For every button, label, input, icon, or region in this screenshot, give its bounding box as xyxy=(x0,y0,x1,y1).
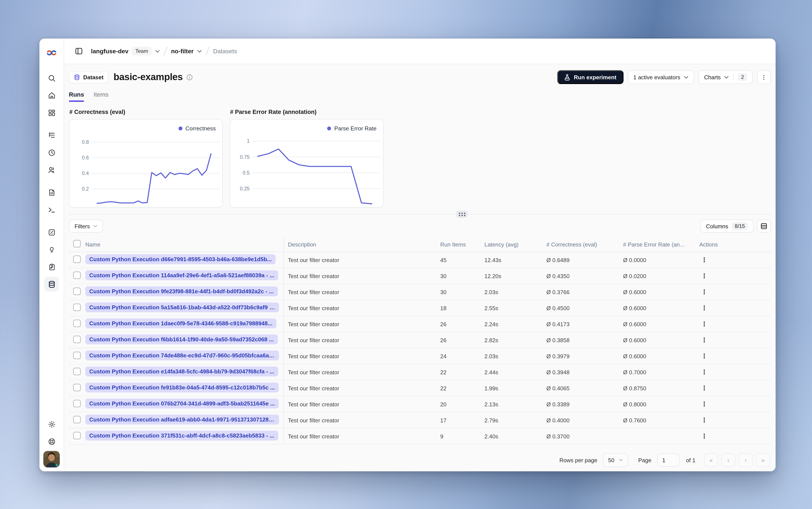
row-actions-menu[interactable]: ⋮ xyxy=(699,256,708,263)
more-actions-button[interactable]: ⋮ xyxy=(757,70,771,84)
row-checkbox[interactable] xyxy=(73,416,80,423)
search-icon[interactable] xyxy=(44,71,59,86)
column-header-actions: Actions xyxy=(695,237,771,252)
column-header-parse-error[interactable]: # Parse Error Rate (an... xyxy=(619,237,695,252)
run-name-link[interactable]: Custom Python Execution adfae619-abb0-4d… xyxy=(86,414,279,425)
sidebar xyxy=(39,39,64,471)
select-all-checkbox[interactable] xyxy=(73,240,80,247)
row-actions-menu[interactable]: ⋮ xyxy=(699,384,708,392)
row-actions-menu[interactable]: ⋮ xyxy=(699,336,708,343)
tab-items[interactable]: Items xyxy=(94,91,108,102)
run-name-link[interactable]: Custom Python Execution 371f531c-abff-4d… xyxy=(86,431,278,441)
evaluation-percent-icon[interactable] xyxy=(44,225,59,240)
breadcrumb-project[interactable]: no-filter xyxy=(171,48,194,55)
annotation-clipboard-icon[interactable] xyxy=(44,260,59,274)
row-actions-menu[interactable]: ⋮ xyxy=(699,272,708,279)
chevron-down-icon[interactable] xyxy=(197,49,202,53)
users-icon[interactable] xyxy=(44,163,59,177)
page-number-input[interactable] xyxy=(657,453,680,467)
chart-legend: Correctness xyxy=(178,125,216,132)
run-correctness-avg: Ø 0.3979 xyxy=(542,348,619,364)
run-latency: 2.44s xyxy=(480,364,542,380)
run-name-link[interactable]: Custom Python Execution e14fa348-5cfc-49… xyxy=(86,367,278,376)
dashboard-icon[interactable] xyxy=(44,105,59,120)
run-experiment-button[interactable]: Run experiment xyxy=(557,70,623,84)
run-name-link[interactable]: Custom Python Execution 5a15a616-1bab-44… xyxy=(86,302,279,312)
row-checkbox[interactable] xyxy=(73,256,80,263)
row-checkbox[interactable] xyxy=(73,352,80,359)
filters-button[interactable]: Filters xyxy=(69,219,103,233)
table-body: Custom Python Execution d66e7991-8595-45… xyxy=(69,252,771,444)
run-name-link[interactable]: Custom Python Execution 114aa9ef-29e6-4e… xyxy=(86,270,278,280)
row-checkbox[interactable] xyxy=(73,304,80,311)
breadcrumb-section[interactable]: Datasets xyxy=(213,48,237,55)
panel-divider xyxy=(69,214,771,214)
rows-per-page-select[interactable]: 50 xyxy=(603,453,628,467)
breadcrumb-org[interactable]: langfuse-dev xyxy=(91,48,129,55)
columns-button[interactable]: Columns 8/15 xyxy=(701,219,753,233)
run-name-link[interactable]: Custom Python Execution 076b2704-341d-48… xyxy=(86,399,279,408)
next-page-button[interactable]: › xyxy=(739,453,753,467)
column-header-name[interactable]: Name xyxy=(81,237,283,252)
row-actions-menu[interactable]: ⋮ xyxy=(699,352,708,360)
row-actions-menu[interactable]: ⋮ xyxy=(699,416,708,423)
row-actions-menu[interactable]: ⋮ xyxy=(699,400,708,408)
parse-error-chart-card: 0.250.50.751 Parse Error Rate xyxy=(230,119,383,207)
run-name-link[interactable]: Custom Python Execution 74de488e-ec9d-47… xyxy=(86,350,279,361)
sessions-clock-icon[interactable] xyxy=(44,145,59,160)
active-evaluators-button[interactable]: 1 active evaluators xyxy=(628,70,694,84)
info-icon[interactable] xyxy=(186,74,193,80)
first-page-button[interactable]: « xyxy=(704,453,718,467)
prev-page-button[interactable]: ‹ xyxy=(721,453,735,467)
run-correctness-avg: Ø 0.3948 xyxy=(542,364,619,380)
prompts-file-icon[interactable] xyxy=(44,185,59,200)
settings-gear-icon[interactable] xyxy=(44,417,59,432)
column-header-correctness[interactable]: # Correctness (eval) xyxy=(542,237,619,252)
run-parse-error-avg: Ø 0.8000 xyxy=(619,396,695,412)
row-height-button[interactable] xyxy=(757,219,771,233)
table-row: Custom Python Execution d66e7991-8595-45… xyxy=(69,252,771,268)
column-header-description[interactable]: Description xyxy=(283,237,436,252)
support-lifebuoy-icon[interactable] xyxy=(44,434,59,449)
column-header-run-items[interactable]: Run Items xyxy=(436,237,480,252)
column-header-latency[interactable]: Latency (avg) xyxy=(480,237,542,252)
row-height-icon xyxy=(760,223,767,230)
sidebar-item-datasets[interactable] xyxy=(44,277,59,292)
sidebar-toggle-icon[interactable] xyxy=(73,45,85,57)
row-actions-menu[interactable]: ⋮ xyxy=(699,368,708,376)
run-name-link[interactable]: Custom Python Execution d66e7991-8595-45… xyxy=(86,254,276,264)
last-page-button[interactable]: » xyxy=(756,453,770,467)
row-actions-menu[interactable]: ⋮ xyxy=(699,288,708,296)
run-name-link[interactable]: Custom Python Execution 1daec0f9-5e78-43… xyxy=(86,318,276,328)
insights-lightbulb-icon[interactable] xyxy=(44,242,59,257)
row-checkbox[interactable] xyxy=(73,432,80,439)
row-checkbox[interactable] xyxy=(73,400,80,407)
row-checkbox[interactable] xyxy=(73,336,80,343)
page-label: Page xyxy=(638,457,651,463)
user-avatar[interactable] xyxy=(43,451,60,467)
row-checkbox[interactable] xyxy=(73,368,80,375)
run-name-link[interactable]: Custom Python Execution 9fe23f98-881e-44… xyxy=(86,286,277,296)
row-checkbox[interactable] xyxy=(73,384,80,391)
row-checkbox[interactable] xyxy=(73,287,80,295)
resize-handle[interactable] xyxy=(456,210,468,218)
row-checkbox[interactable] xyxy=(73,320,80,327)
row-actions-menu[interactable]: ⋮ xyxy=(699,304,708,311)
row-checkbox[interactable] xyxy=(73,272,80,279)
run-latency: 1.99s xyxy=(480,380,542,396)
run-name-link[interactable]: Custom Python Execution fe91b83e-04a5-47… xyxy=(86,382,279,393)
correctness-chart-card: 0.20.40.60.8 Correctness xyxy=(69,119,223,207)
tracing-icon[interactable] xyxy=(44,128,59,142)
row-actions-menu[interactable]: ⋮ xyxy=(699,432,708,440)
charts-toggle-button[interactable]: Charts 2 xyxy=(699,70,753,84)
playground-terminal-icon[interactable] xyxy=(44,202,59,217)
run-latency: 2.79s xyxy=(480,412,542,428)
row-actions-menu[interactable]: ⋮ xyxy=(699,320,708,328)
home-icon[interactable] xyxy=(44,88,59,103)
run-latency: 12.20s xyxy=(480,268,542,284)
run-description: Test our filter creator xyxy=(283,300,436,316)
run-correctness-avg: Ø 0.3858 xyxy=(542,332,619,348)
tab-runs[interactable]: Runs xyxy=(69,91,84,102)
chevron-down-icon[interactable] xyxy=(155,49,160,53)
run-name-link[interactable]: Custom Python Execution f6bb1614-1f90-40… xyxy=(86,334,277,344)
